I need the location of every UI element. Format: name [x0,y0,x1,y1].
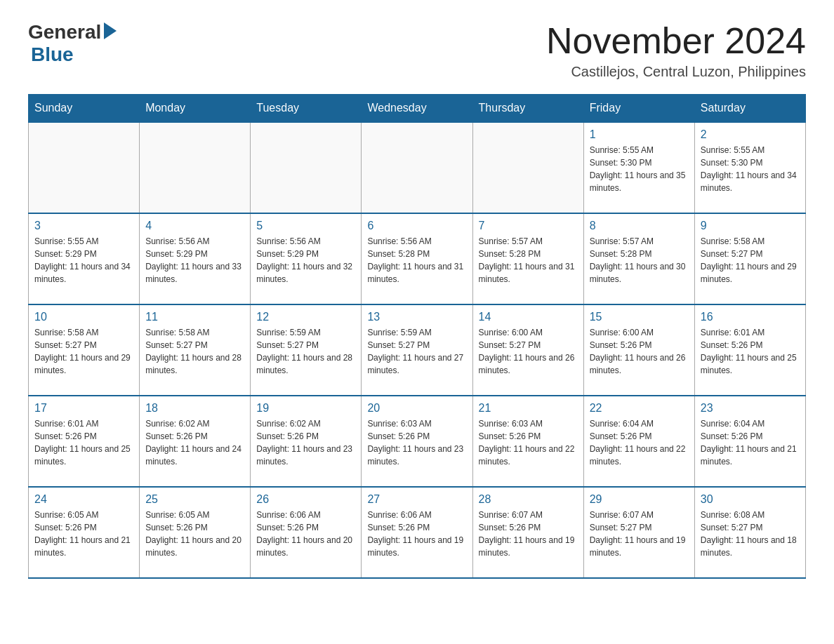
calendar-cell: 15Sunrise: 6:00 AMSunset: 5:26 PMDayligh… [583,304,694,396]
day-number: 10 [34,311,133,323]
logo: General Blue [28,21,117,66]
day-number: 24 [34,493,133,506]
calendar-cell [472,122,583,213]
day-number: 5 [256,220,355,232]
calendar-cell: 20Sunrise: 6:03 AMSunset: 5:26 PMDayligh… [362,396,472,487]
day-number: 29 [590,493,689,506]
day-info: Sunrise: 6:05 AMSunset: 5:26 PMDaylight:… [34,509,133,559]
day-number: 20 [367,402,466,415]
day-info: Sunrise: 5:58 AMSunset: 5:27 PMDaylight:… [34,326,133,377]
calendar-week-2: 3Sunrise: 5:55 AMSunset: 5:29 PMDaylight… [29,213,806,304]
day-number: 21 [479,402,578,415]
day-number: 1 [590,128,689,141]
calendar-cell: 19Sunrise: 6:02 AMSunset: 5:26 PMDayligh… [251,396,362,487]
day-info: Sunrise: 5:59 AMSunset: 5:27 PMDaylight:… [367,326,466,377]
calendar-cell: 18Sunrise: 6:02 AMSunset: 5:26 PMDayligh… [140,396,251,487]
calendar-cell: 29Sunrise: 6:07 AMSunset: 5:27 PMDayligh… [583,487,694,578]
day-info: Sunrise: 6:02 AMSunset: 5:26 PMDaylight:… [256,417,355,468]
day-number: 30 [701,493,800,506]
column-header-friday: Friday [583,95,694,123]
location-title: Castillejos, Central Luzon, Philippines [546,64,806,80]
day-info: Sunrise: 5:57 AMSunset: 5:28 PMDaylight:… [479,235,578,286]
column-header-wednesday: Wednesday [362,95,472,123]
day-info: Sunrise: 5:55 AMSunset: 5:30 PMDaylight:… [701,144,800,194]
logo-arrow-icon [104,22,117,39]
day-info: Sunrise: 5:57 AMSunset: 5:28 PMDaylight:… [590,235,689,286]
calendar-cell: 12Sunrise: 5:59 AMSunset: 5:27 PMDayligh… [251,304,362,396]
column-header-tuesday: Tuesday [251,95,362,123]
day-info: Sunrise: 5:58 AMSunset: 5:27 PMDaylight:… [701,235,800,286]
day-info: Sunrise: 6:05 AMSunset: 5:26 PMDaylight:… [145,509,244,559]
day-number: 18 [145,402,244,415]
calendar-cell: 2Sunrise: 5:55 AMSunset: 5:30 PMDaylight… [694,122,805,213]
calendar-cell: 14Sunrise: 6:00 AMSunset: 5:27 PMDayligh… [472,304,583,396]
day-number: 25 [145,493,244,506]
day-number: 2 [701,128,800,141]
calendar-cell: 27Sunrise: 6:06 AMSunset: 5:26 PMDayligh… [362,487,472,578]
day-info: Sunrise: 5:58 AMSunset: 5:27 PMDaylight:… [145,326,244,377]
calendar-cell: 10Sunrise: 5:58 AMSunset: 5:27 PMDayligh… [29,304,140,396]
calendar-cell: 26Sunrise: 6:06 AMSunset: 5:26 PMDayligh… [251,487,362,578]
calendar-cell: 21Sunrise: 6:03 AMSunset: 5:26 PMDayligh… [472,396,583,487]
logo-general-text: General [28,21,101,43]
day-number: 27 [367,493,466,506]
title-area: November 2024 Castillejos, Central Luzon… [546,21,806,80]
column-header-monday: Monday [140,95,251,123]
calendar-cell: 17Sunrise: 6:01 AMSunset: 5:26 PMDayligh… [29,396,140,487]
day-number: 9 [701,220,800,232]
day-info: Sunrise: 5:56 AMSunset: 5:29 PMDaylight:… [145,235,244,286]
calendar-cell [29,122,140,213]
calendar-cell [362,122,472,213]
day-info: Sunrise: 5:59 AMSunset: 5:27 PMDaylight:… [256,326,355,377]
calendar-cell: 8Sunrise: 5:57 AMSunset: 5:28 PMDaylight… [583,213,694,304]
calendar-cell: 1Sunrise: 5:55 AMSunset: 5:30 PMDaylight… [583,122,694,213]
calendar-header-row: SundayMondayTuesdayWednesdayThursdayFrid… [29,95,806,123]
day-info: Sunrise: 5:56 AMSunset: 5:29 PMDaylight:… [256,235,355,286]
day-number: 4 [145,220,244,232]
page-header: General Blue November 2024 Castillejos, … [28,21,806,80]
calendar-cell: 6Sunrise: 5:56 AMSunset: 5:28 PMDaylight… [362,213,472,304]
month-title: November 2024 [546,21,806,61]
calendar-cell: 22Sunrise: 6:04 AMSunset: 5:26 PMDayligh… [583,396,694,487]
day-number: 11 [145,311,244,323]
calendar-cell: 28Sunrise: 6:07 AMSunset: 5:26 PMDayligh… [472,487,583,578]
day-info: Sunrise: 6:00 AMSunset: 5:27 PMDaylight:… [479,326,578,377]
calendar-cell [251,122,362,213]
day-info: Sunrise: 6:07 AMSunset: 5:27 PMDaylight:… [590,509,689,559]
logo-blue-text: Blue [31,43,117,66]
day-info: Sunrise: 5:55 AMSunset: 5:29 PMDaylight:… [34,235,133,286]
calendar-cell: 25Sunrise: 6:05 AMSunset: 5:26 PMDayligh… [140,487,251,578]
calendar-cell: 3Sunrise: 5:55 AMSunset: 5:29 PMDaylight… [29,213,140,304]
day-number: 13 [367,311,466,323]
calendar-cell: 4Sunrise: 5:56 AMSunset: 5:29 PMDaylight… [140,213,251,304]
calendar-cell: 11Sunrise: 5:58 AMSunset: 5:27 PMDayligh… [140,304,251,396]
day-number: 16 [701,311,800,323]
calendar-cell: 30Sunrise: 6:08 AMSunset: 5:27 PMDayligh… [694,487,805,578]
day-number: 19 [256,402,355,415]
day-number: 8 [590,220,689,232]
day-number: 14 [479,311,578,323]
day-info: Sunrise: 6:02 AMSunset: 5:26 PMDaylight:… [145,417,244,468]
day-number: 23 [701,402,800,415]
calendar-cell: 7Sunrise: 5:57 AMSunset: 5:28 PMDaylight… [472,213,583,304]
day-info: Sunrise: 5:55 AMSunset: 5:30 PMDaylight:… [590,144,689,194]
day-number: 15 [590,311,689,323]
calendar-cell: 23Sunrise: 6:04 AMSunset: 5:26 PMDayligh… [694,396,805,487]
day-info: Sunrise: 6:03 AMSunset: 5:26 PMDaylight:… [367,417,466,468]
day-info: Sunrise: 6:08 AMSunset: 5:27 PMDaylight:… [701,509,800,559]
calendar-cell: 16Sunrise: 6:01 AMSunset: 5:26 PMDayligh… [694,304,805,396]
day-number: 26 [256,493,355,506]
day-number: 7 [479,220,578,232]
day-info: Sunrise: 6:04 AMSunset: 5:26 PMDaylight:… [701,417,800,468]
calendar-week-1: 1Sunrise: 5:55 AMSunset: 5:30 PMDaylight… [29,122,806,213]
day-info: Sunrise: 5:56 AMSunset: 5:28 PMDaylight:… [367,235,466,286]
day-number: 28 [479,493,578,506]
day-number: 3 [34,220,133,232]
day-number: 12 [256,311,355,323]
day-number: 17 [34,402,133,415]
day-number: 6 [367,220,466,232]
calendar-cell: 5Sunrise: 5:56 AMSunset: 5:29 PMDaylight… [251,213,362,304]
calendar-cell: 13Sunrise: 5:59 AMSunset: 5:27 PMDayligh… [362,304,472,396]
column-header-thursday: Thursday [472,95,583,123]
day-info: Sunrise: 6:03 AMSunset: 5:26 PMDaylight:… [479,417,578,468]
